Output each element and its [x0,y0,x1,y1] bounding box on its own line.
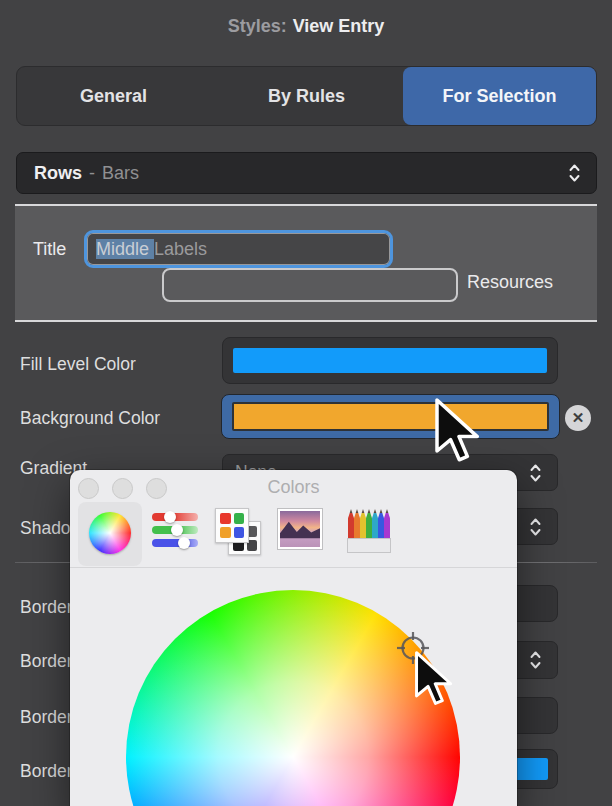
title-section: Title Middle Labels Resources [15,204,597,322]
image-palettes-tab-icon[interactable] [277,508,323,550]
color-wheel[interactable] [126,590,460,806]
styles-inspector-panel: Styles:View Entry General By Rules For S… [0,0,612,806]
color-palettes-tab-icon[interactable] [215,508,261,554]
fill-level-color-well[interactable] [222,337,558,384]
tab-by-rules[interactable]: By Rules [210,67,403,125]
background-color-well[interactable] [221,394,560,439]
blue-slider [152,539,198,547]
unselected-text: Labels [154,239,207,259]
background-color-label: Background Color [20,408,160,429]
chevron-up-down-icon [528,647,543,673]
style-target-primary: Rows [34,163,82,184]
header-prefix: Styles: [228,16,287,36]
title-input[interactable]: Middle Labels [84,230,393,268]
green-slider [152,526,198,534]
cursor-arrow-icon [434,398,480,464]
cursor-arrow-icon [414,651,453,707]
page-title: View Entry [293,16,385,36]
style-target-dash: - [89,163,95,184]
chevron-up-down-icon [528,460,543,486]
tab-bar: General By Rules For Selection [16,66,597,126]
colors-window-title: Colors [70,477,517,498]
border-row4-label: Border [20,761,73,782]
chevron-up-down-icon [567,160,582,186]
selected-text: Middle [96,239,154,259]
panel-header: Styles:View Entry [0,16,612,37]
border-row3-label: Border [20,707,73,728]
style-target-secondary: Bars [102,163,139,184]
clear-color-button[interactable]: ✕ [565,405,591,431]
tab-for-selection[interactable]: For Selection [403,67,596,125]
style-target-popup[interactable]: Rows - Bars [16,152,597,194]
border-row2-label: Border [20,651,73,672]
color-sliders-tab-icon[interactable] [152,513,198,553]
resources-field[interactable] [162,268,458,302]
title-label: Title [33,239,66,260]
colors-window: Colors [70,470,517,806]
pencils-tab-icon[interactable] [347,509,391,553]
sunset-image [280,511,320,547]
toolbar-divider [70,567,517,568]
border-row1-label: Border [20,597,73,618]
color-wheel-tab-icon[interactable] [89,512,131,554]
resources-label: Resources [467,272,553,293]
background-color-swatch [232,402,549,431]
red-slider [152,513,198,521]
pencil-box [347,538,391,553]
chevron-up-down-icon [528,514,543,540]
fill-level-color-swatch [233,348,547,373]
fill-level-color-label: Fill Level Color [20,354,136,375]
tab-general[interactable]: General [17,67,210,125]
palette-front-card [215,508,249,543]
